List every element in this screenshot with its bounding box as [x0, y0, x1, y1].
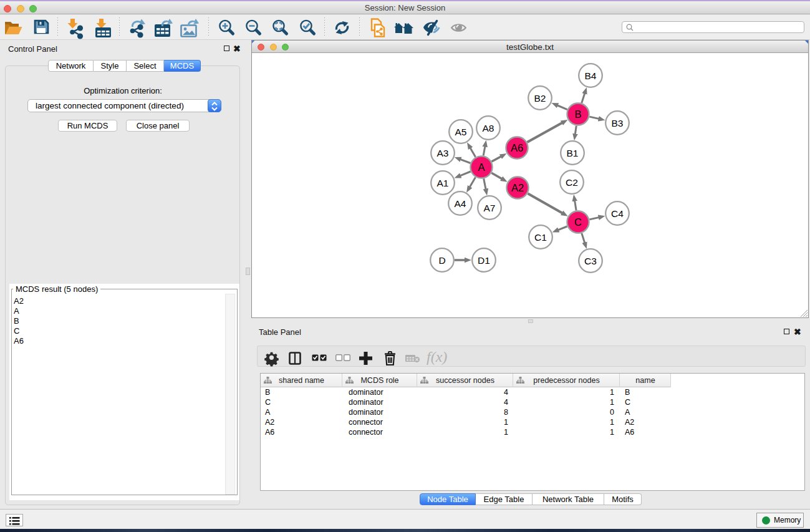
svg-text:D1: D1	[478, 255, 490, 266]
svg-text:A7: A7	[484, 203, 496, 213]
svg-text:A: A	[478, 162, 485, 173]
svg-text:C: C	[574, 216, 582, 228]
svg-text:D: D	[438, 255, 445, 266]
svg-text:B3: B3	[612, 118, 624, 128]
svg-text:B1: B1	[567, 148, 579, 158]
svg-text:A1: A1	[437, 178, 449, 188]
svg-text:B2: B2	[534, 93, 546, 104]
svg-text:A8: A8	[483, 123, 494, 133]
svg-text:B: B	[574, 109, 581, 120]
svg-text:A4: A4	[455, 198, 466, 209]
svg-text:C1: C1	[534, 232, 547, 243]
svg-text:A5: A5	[455, 127, 467, 137]
svg-text:B4: B4	[585, 70, 597, 81]
svg-text:C3: C3	[584, 256, 597, 266]
svg-text:A2: A2	[511, 182, 524, 193]
svg-text:A6: A6	[511, 142, 523, 153]
svg-text:A3: A3	[437, 148, 449, 158]
svg-text:C2: C2	[566, 177, 578, 188]
svg-text:C4: C4	[611, 208, 624, 219]
